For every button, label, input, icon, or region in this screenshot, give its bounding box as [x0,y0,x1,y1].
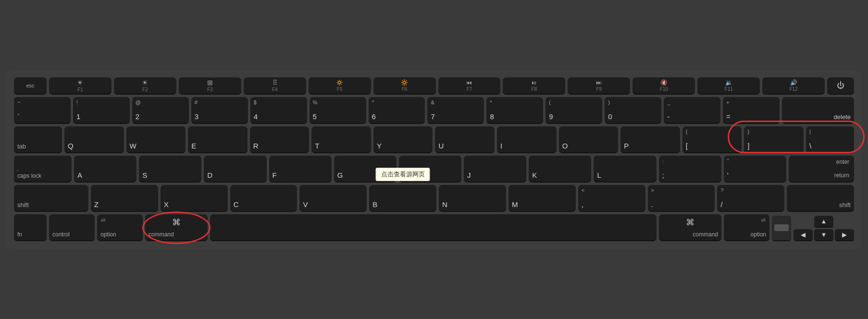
qwerty-row: tab Q W E R T Y U I O P { [ } ] | \ [14,126,854,153]
key-f3[interactable]: ⊞ F3 [179,77,241,95]
key-power[interactable]: ⏻ [827,77,854,95]
key-shift-right[interactable]: shift [787,185,854,212]
key-9[interactable]: ( 9 [546,97,602,124]
key-fn[interactable]: fn [14,214,47,241]
key-backslash[interactable]: | \ [806,126,854,153]
key-f7[interactable]: ⏮ F7 [438,77,501,95]
zxcv-row: shift Z X C V B 点击查看源网页 N M < , > . ? / … [14,185,854,212]
key-arrow-up[interactable]: ▲ [814,216,833,228]
key-c[interactable]: C [230,185,298,212]
key-8[interactable]: * 8 [486,97,543,124]
key-bracket-close[interactable]: } ] [744,126,804,153]
slider-thumb [774,224,789,231]
key-enter[interactable]: enter return [789,156,854,183]
key-f4[interactable]: ⠿ F4 [244,77,306,95]
keyboard: esc ☀ F1 ☀ F2 ⊞ F3 ⠿ F4 🔅 F5 🔆 F6 ⏮ F7 [6,71,862,249]
key-f5[interactable]: 🔅 F5 [309,77,371,95]
key-2[interactable]: @ 2 [132,97,189,124]
function-row: esc ☀ F1 ☀ F2 ⊞ F3 ⠿ F4 🔅 F5 🔆 F6 ⏮ F7 [14,77,854,95]
number-row: ~ ` ! 1 @ 2 # 3 $ 4 % 5 ^ 6 [14,97,854,124]
key-a[interactable]: A [74,156,136,183]
arrow-cluster: ▲ ◀ ▼ ▶ [794,216,854,241]
arrow-area: ▲ ◀ ▼ ▶ [772,214,854,241]
key-b[interactable]: B 点击查看源网页 [369,185,436,212]
asdf-row: • caps lock A S D F G H J K L : ; " ' en… [14,156,854,183]
key-option-left[interactable]: alt option [97,214,143,241]
key-delete[interactable]: delete [782,97,854,124]
key-f10[interactable]: 🔇 F10 [632,77,695,95]
key-1[interactable]: ! 1 [73,97,130,124]
key-f9[interactable]: ⏭ F9 [568,77,630,95]
key-command-right[interactable]: ⌘ command [659,214,721,241]
key-e[interactable]: E [188,126,248,153]
key-r[interactable]: R [250,126,310,153]
key-f2[interactable]: ☀ F2 [114,77,176,95]
key-o[interactable]: O [559,126,619,153]
key-s[interactable]: S [139,156,201,183]
key-command-left[interactable]: ⌘ command [145,214,208,241]
key-quote[interactable]: " ' [724,156,786,183]
key-y[interactable]: Y [373,126,433,153]
key-m[interactable]: M [508,185,576,212]
key-f[interactable]: F [269,156,332,183]
key-semicolon[interactable]: : ; [659,156,721,183]
key-f11[interactable]: 🔉 F11 [697,77,760,95]
key-hyphen[interactable]: _ - [664,97,720,124]
key-v[interactable]: V [299,185,367,212]
key-7[interactable]: & 7 [427,97,484,124]
key-w[interactable]: W [126,126,186,153]
key-z[interactable]: Z [91,185,158,212]
key-arrow-left[interactable]: ◀ [794,229,813,241]
key-equals[interactable]: + = [723,97,780,124]
key-0[interactable]: ) 0 [605,97,661,124]
key-esc[interactable]: esc [14,77,47,95]
key-q[interactable]: Q [64,126,124,153]
key-arrow-down[interactable]: ▼ [814,229,833,241]
key-d[interactable]: D [204,156,266,183]
key-comma[interactable]: < , [578,185,645,212]
key-f1[interactable]: ☀ F1 [49,77,112,95]
key-x[interactable]: X [161,185,228,212]
key-6[interactable]: ^ 6 [369,97,425,124]
key-slider[interactable] [772,216,791,241]
key-i[interactable]: I [497,126,557,153]
key-f12[interactable]: 🔊 F12 [762,77,825,95]
key-t[interactable]: T [311,126,371,153]
key-j[interactable]: J [464,156,526,183]
tooltip: 点击查看源网页 [376,168,430,181]
key-capslock[interactable]: • caps lock [14,156,72,183]
key-f6[interactable]: 🔆 F6 [373,77,436,95]
key-space[interactable] [210,214,657,241]
key-n[interactable]: N [439,185,506,212]
key-tab[interactable]: tab [14,126,62,153]
bottom-row: fn control alt option ⌘ command ⌘ comman… [14,214,854,241]
key-period[interactable]: > . [648,185,715,212]
key-3[interactable]: # 3 [191,97,248,124]
key-5[interactable]: % 5 [310,97,366,124]
key-slash[interactable]: ? / [717,185,784,212]
key-bracket-open[interactable]: { [ [682,126,742,153]
key-l[interactable]: L [594,156,656,183]
key-u[interactable]: U [435,126,495,153]
key-backtick[interactable]: ~ ` [14,97,71,124]
key-option-right[interactable]: alt option [724,214,769,241]
key-p[interactable]: P [620,126,680,153]
key-arrow-right[interactable]: ▶ [835,229,854,241]
key-f8[interactable]: ⏯ F8 [503,77,565,95]
key-4[interactable]: $ 4 [250,97,307,124]
key-k[interactable]: K [529,156,591,183]
key-control[interactable]: control [49,214,95,241]
key-shift-left[interactable]: shift [14,185,88,212]
